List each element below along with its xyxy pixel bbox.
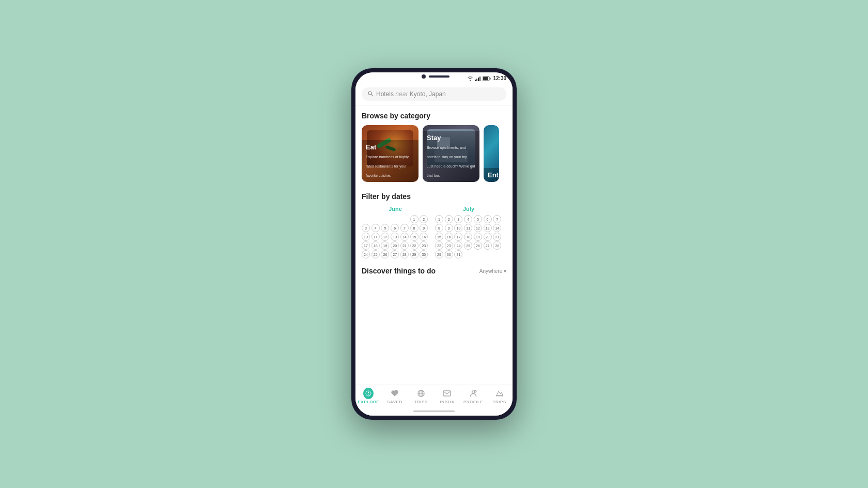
calendar-day[interactable]: 17: [362, 241, 370, 250]
july-grid[interactable]: 1234567891011121314151617181920212223242…: [435, 215, 502, 258]
calendar-day[interactable]: [464, 250, 472, 258]
calendar-day[interactable]: 11: [371, 233, 380, 241]
explore-label: EXPLORE: [358, 400, 379, 404]
eat-desc: Explore hundreds of highly rated restaur…: [366, 155, 409, 177]
calendar-day[interactable]: 19: [474, 233, 482, 241]
calendar-day[interactable]: 20: [484, 233, 492, 241]
calendar-day[interactable]: 10: [362, 233, 370, 241]
calendar-day[interactable]: [493, 250, 501, 258]
calendar-day[interactable]: 2: [420, 215, 428, 223]
calendar-day[interactable]: 14: [400, 233, 409, 241]
compass-icon: [365, 390, 371, 396]
calendar-day[interactable]: 22: [435, 241, 443, 250]
search-bar[interactable]: Hotels near Kyoto, Japan: [362, 87, 506, 101]
calendar-day[interactable]: 24: [362, 250, 370, 258]
calendar-day[interactable]: 7: [493, 215, 501, 223]
calendar-day[interactable]: 9: [445, 224, 453, 232]
calendar-day[interactable]: 16: [420, 233, 428, 241]
june-month: June: [362, 206, 429, 212]
category-card-ent[interactable]: Ent: [484, 125, 499, 182]
svg-rect-6: [490, 78, 491, 79]
status-bar: 12:30: [355, 72, 513, 83]
calendar-day[interactable]: 13: [391, 233, 399, 241]
calendar-day[interactable]: [381, 215, 389, 223]
calendar-day[interactable]: [371, 215, 380, 223]
calendar-day[interactable]: 28: [493, 241, 501, 250]
calendar-day[interactable]: 22: [410, 241, 419, 250]
calendar-day[interactable]: 12: [474, 224, 482, 232]
calendar-day[interactable]: 5: [474, 215, 482, 223]
calendar-day[interactable]: 3: [362, 224, 370, 232]
explore-icon: [363, 388, 374, 399]
calendar-day[interactable]: 4: [371, 224, 380, 232]
category-card-eat[interactable]: Eat Explore hundreds of highly rated res…: [362, 125, 419, 182]
calendar-day[interactable]: 4: [464, 215, 472, 223]
calendar-day[interactable]: 10: [454, 224, 462, 232]
calendar-day[interactable]: 6: [484, 215, 492, 223]
calendar-day[interactable]: 21: [400, 241, 409, 250]
nav-saved[interactable]: SAVED: [382, 388, 408, 404]
calendar-day[interactable]: [391, 215, 399, 223]
calendar-day[interactable]: 8: [410, 224, 419, 232]
calendar-day[interactable]: 11: [464, 224, 472, 232]
svg-rect-19: [496, 395, 503, 396]
stay-title: Stay: [427, 134, 475, 142]
july-month: July: [435, 206, 502, 212]
battery-icon: [483, 76, 491, 81]
nav-profile[interactable]: PROFILE: [460, 388, 487, 404]
calendar-day[interactable]: 29: [410, 250, 419, 258]
calendar-day[interactable]: 24: [454, 241, 462, 250]
calendar-day[interactable]: 19: [381, 241, 389, 250]
calendar-day[interactable]: 26: [474, 241, 482, 250]
calendar-day[interactable]: 23: [445, 241, 453, 250]
calendar-day[interactable]: 15: [435, 233, 443, 241]
calendar-day[interactable]: 2: [445, 215, 453, 223]
trips-icon: [416, 388, 426, 399]
june-grid[interactable]: 1234567891011121314151617181920212223242…: [362, 215, 429, 258]
calendar-day[interactable]: 30: [420, 250, 428, 258]
calendar-day[interactable]: 30: [445, 250, 453, 258]
discover-filter[interactable]: Anywhere ▾: [479, 268, 506, 274]
calendar-day[interactable]: 27: [391, 250, 399, 258]
calendar-day[interactable]: 9: [420, 224, 428, 232]
discover-section: Discover things to do Anywhere ▾: [355, 263, 513, 277]
calendar-day[interactable]: 21: [493, 233, 501, 241]
calendar-day[interactable]: 13: [484, 224, 492, 232]
calendar-day[interactable]: 17: [454, 233, 462, 241]
calendar-day[interactable]: [484, 250, 492, 258]
calendar-day[interactable]: 25: [464, 241, 472, 250]
calendar-day[interactable]: [474, 250, 482, 258]
nav-explore[interactable]: EXPLORE: [355, 388, 382, 404]
calendar-day[interactable]: 31: [454, 250, 462, 258]
calendar-day[interactable]: [400, 215, 409, 223]
calendar-day[interactable]: 15: [410, 233, 419, 241]
calendar-day[interactable]: [362, 215, 370, 223]
nav-trips2[interactable]: TRIPS: [486, 388, 513, 404]
calendar-day[interactable]: 5: [381, 224, 389, 232]
calendar-day[interactable]: 1: [435, 215, 443, 223]
nav-inbox[interactable]: INBOX: [434, 388, 460, 404]
svg-rect-16: [443, 391, 451, 396]
calendar-day[interactable]: 29: [435, 250, 443, 258]
calendar-day[interactable]: 1: [410, 215, 419, 223]
calendar-day[interactable]: 26: [381, 250, 389, 258]
calendar-day[interactable]: 12: [381, 233, 389, 241]
nav-trips[interactable]: TRIPS: [408, 388, 434, 404]
app-content[interactable]: Hotels near Kyoto, Japan Browse by categ…: [355, 83, 513, 385]
calendar-day[interactable]: 6: [391, 224, 399, 232]
calendar-day[interactable]: 16: [445, 233, 453, 241]
calendar-day[interactable]: 27: [484, 241, 492, 250]
calendar-day[interactable]: 18: [464, 233, 472, 241]
calendar-day[interactable]: 7: [400, 224, 409, 232]
category-card-stay[interactable]: Stay Browse apartments, and hotels to st…: [423, 125, 479, 182]
calendar-day[interactable]: 3: [454, 215, 462, 223]
calendar-day[interactable]: 25: [371, 250, 380, 258]
calendar-day[interactable]: 20: [391, 241, 399, 250]
calendar-container[interactable]: June 12345678910111213141516171819202122…: [362, 206, 506, 258]
calendar-day[interactable]: 28: [400, 250, 409, 258]
calendar-day[interactable]: 18: [371, 241, 380, 250]
calendar-day[interactable]: 23: [420, 241, 428, 250]
category-scroll[interactable]: Eat Explore hundreds of highly rated res…: [362, 125, 506, 184]
calendar-day[interactable]: 14: [493, 224, 501, 232]
calendar-day[interactable]: 8: [435, 224, 443, 232]
